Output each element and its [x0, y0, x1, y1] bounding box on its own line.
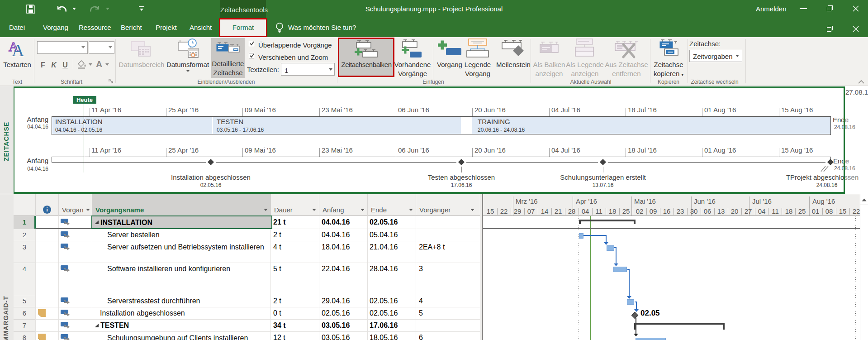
- svg-text:A: A: [12, 41, 24, 58]
